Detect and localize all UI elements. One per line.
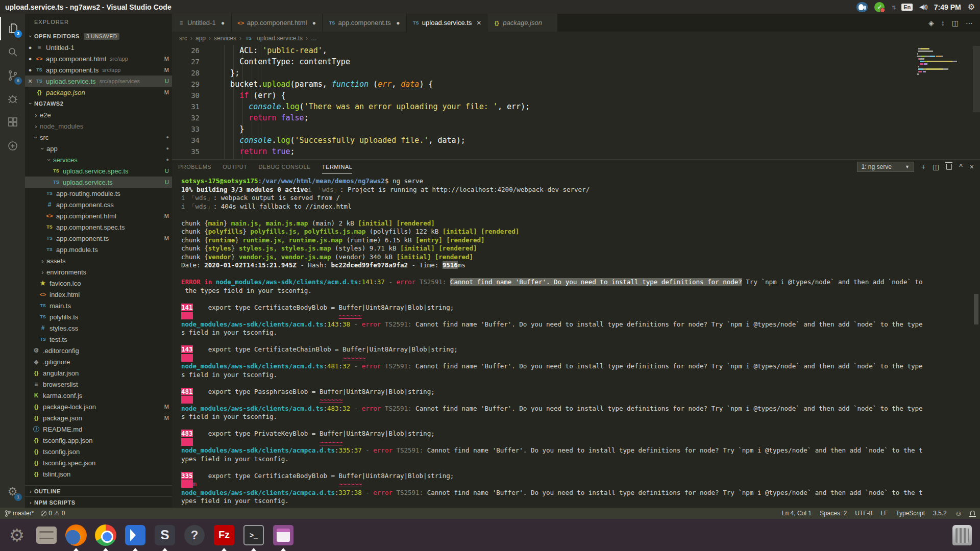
tree-item-app.component.html[interactable]: <>app.component.htmlM — [25, 210, 172, 221]
problems-indicator[interactable]: 0 ⚠ 0 — [41, 510, 65, 517]
feedback-smiley-icon[interactable]: ☺ — [955, 509, 962, 517]
tree-item-app.component.spec.ts[interactable]: TSapp.component.spec.ts — [25, 221, 172, 233]
tree-item-polyfills.ts[interactable]: TSpolyfills.ts — [25, 311, 172, 322]
keyboard-layout-indicator[interactable]: En — [901, 4, 913, 11]
open-editor-item[interactable]: ●≡Untitled-1 — [25, 42, 172, 53]
tree-item-index.html[interactable]: <>index.html — [25, 289, 172, 300]
clock[interactable]: 7:49 PM — [934, 3, 961, 11]
tree-item-README.md[interactable]: iREADME.md — [25, 423, 172, 435]
taskbar-file-manager[interactable] — [32, 519, 61, 551]
tree-item-tsconfig.app.json[interactable]: {}tsconfig.app.json — [25, 435, 172, 446]
close-icon[interactable]: ✕ — [25, 78, 35, 85]
activity-item-explorer[interactable]: 3 — [0, 17, 25, 40]
tree-item-main.ts[interactable]: TSmain.ts — [25, 300, 172, 311]
status-item[interactable]: Spaces: 2 — [820, 510, 847, 517]
tree-item-app.module.ts[interactable]: TSapp.module.ts — [25, 244, 172, 255]
status-item[interactable]: 3.5.2 — [933, 510, 947, 517]
panel-tab-debug-console[interactable]: DEBUG CONSOLE — [258, 160, 310, 174]
breadcrumb-item[interactable]: services — [214, 35, 236, 42]
kill-terminal-icon[interactable] — [946, 164, 952, 170]
tree-folder-services[interactable]: ›services● — [25, 154, 172, 165]
tree-item-favicon.ico[interactable]: ★favicon.ico — [25, 278, 172, 289]
taskbar-help[interactable]: ? — [180, 519, 209, 551]
code-editor[interactable]: 26 ACL: 'public-read',27 ContentType: co… — [172, 45, 980, 159]
tree-item-package-lock.json[interactable]: {}package-lock.jsonM — [25, 401, 172, 412]
update-check-icon[interactable]: ✓ — [874, 2, 885, 12]
tree-folder-app[interactable]: ›app● — [25, 143, 172, 154]
tree-folder-src[interactable]: ›src● — [25, 132, 172, 143]
tree-item-app.component.css[interactable]: #app.component.css — [25, 199, 172, 210]
more-actions-icon[interactable]: ⋯ — [966, 19, 973, 27]
tree-item-karma.conf.js[interactable]: Kkarma.conf.js — [25, 390, 172, 401]
status-item[interactable]: LF — [880, 510, 888, 517]
taskbar-firefox[interactable] — [61, 519, 91, 551]
network-icon[interactable]: ↑↓ — [891, 3, 895, 11]
tree-item-upload.service.spec.ts[interactable]: TSupload.service.spec.tsU — [25, 165, 172, 177]
status-item[interactable]: UTF-8 — [855, 510, 872, 517]
taskbar-terminal[interactable]: >_ — [239, 519, 268, 551]
tab-app.component.ts[interactable]: TSapp.component.ts● — [323, 14, 406, 32]
open-editor-item[interactable]: {}package.jsonM — [25, 87, 172, 98]
tab-app.component.html[interactable]: <>app.component.html● — [232, 14, 323, 32]
breadcrumb-item[interactable]: src — [179, 35, 187, 42]
panel-tab-output[interactable]: OUTPUT — [223, 160, 247, 174]
taskbar-chrome[interactable] — [91, 519, 120, 551]
compare-icon[interactable]: ↕ — [941, 19, 945, 27]
tree-item-.editorconfig[interactable]: ⚙.editorconfig — [25, 345, 172, 356]
open-editor-item[interactable]: ✕TSupload.service.tssrc/app/servicesU — [25, 76, 172, 87]
open-editor-item[interactable]: ●TSapp.component.tssrc/appM — [25, 64, 172, 76]
terminal[interactable]: sotsys-175@sotsys175:/var/www/html/mean/… — [172, 174, 980, 508]
postgresql-icon[interactable] — [856, 2, 868, 12]
sidebar-section-outline[interactable]: ›OUTLINE — [25, 485, 172, 496]
tree-folder-assets[interactable]: ›assets — [25, 255, 172, 266]
split-editor-icon[interactable]: ◫ — [952, 19, 959, 27]
activity-item-debug[interactable] — [0, 87, 25, 111]
activity-item-extensions[interactable] — [0, 111, 25, 134]
close-icon[interactable]: ✕ — [476, 19, 482, 27]
editor-scrollbar[interactable] — [973, 45, 980, 159]
panel-tab-problems[interactable]: PROBLEMS — [178, 160, 211, 174]
minimap[interactable] — [915, 48, 972, 76]
split-terminal-icon[interactable]: ◫ — [933, 163, 939, 171]
taskbar-s-app[interactable]: S — [150, 519, 180, 551]
activity-item-source-control[interactable]: 6 — [0, 64, 25, 87]
tree-folder-environments[interactable]: ›environments — [25, 266, 172, 278]
sidebar-section-npm-scripts[interactable]: ›NPM SCRIPTS — [25, 496, 172, 508]
notifications-bell-icon[interactable] — [970, 512, 975, 515]
taskbar-screenshot-tool[interactable] — [268, 519, 298, 551]
activity-item-search[interactable] — [0, 40, 25, 64]
project-root-header[interactable]: › NG7AWS2 — [25, 98, 172, 109]
tree-item-browserslist[interactable]: ≡browserslist — [25, 379, 172, 390]
open-editor-item[interactable]: ●<>app.component.htmlsrc/appM — [25, 53, 172, 64]
tree-item-styles.css[interactable]: #styles.css — [25, 322, 172, 334]
tab-package.json[interactable]: {}package.json — [487, 14, 557, 32]
terminal-scrollbar[interactable] — [974, 294, 978, 324]
tree-item-.gitignore[interactable]: ◈.gitignore — [25, 356, 172, 367]
open-editors-header[interactable]: › OPEN EDITORS 3 UNSAVED — [25, 31, 172, 42]
tree-folder-node_modules[interactable]: ›node_modules — [25, 120, 172, 132]
close-panel-icon[interactable]: × — [970, 163, 974, 171]
tab-upload.service.ts[interactable]: TSupload.service.ts✕ — [407, 14, 487, 32]
settings-gear[interactable]: ⚙1 — [0, 480, 25, 504]
open-changes-icon[interactable]: ◈ — [928, 19, 934, 27]
taskbar-workspace-switcher[interactable]: ⚙ — [2, 519, 32, 551]
tree-item-upload.service.ts[interactable]: TSupload.service.tsU — [25, 177, 172, 188]
maximize-panel-icon[interactable]: ^ — [959, 163, 963, 171]
breadcrumb[interactable]: src›app›services›TSupload.service.ts›… — [172, 32, 980, 45]
tree-item-tslint.json[interactable]: {}tslint.json — [25, 468, 172, 480]
tree-item-test.ts[interactable]: TStest.ts — [25, 334, 172, 345]
tree-item-angular.json[interactable]: {}angular.json — [25, 367, 172, 379]
taskbar-filezilla[interactable]: Fz — [209, 519, 239, 551]
tree-folder-e2e[interactable]: ›e2e — [25, 109, 172, 120]
taskbar-blue-app[interactable] — [120, 519, 150, 551]
status-item[interactable]: TypeScript — [896, 510, 925, 517]
breadcrumb-item[interactable]: app — [195, 35, 206, 42]
session-gear-icon[interactable]: ⚙ — [968, 2, 975, 12]
breadcrumb-item[interactable]: upload.service.ts — [257, 35, 303, 42]
activity-item-live-share[interactable] — [0, 134, 25, 158]
panel-tab-terminal[interactable]: TERMINAL — [322, 160, 353, 174]
terminal-picker[interactable]: 1: ng serve▼ — [857, 162, 914, 172]
taskbar-trash[interactable] — [947, 519, 977, 551]
tree-item-package.json[interactable]: {}package.jsonM — [25, 412, 172, 423]
new-terminal-icon[interactable]: + — [921, 163, 925, 171]
